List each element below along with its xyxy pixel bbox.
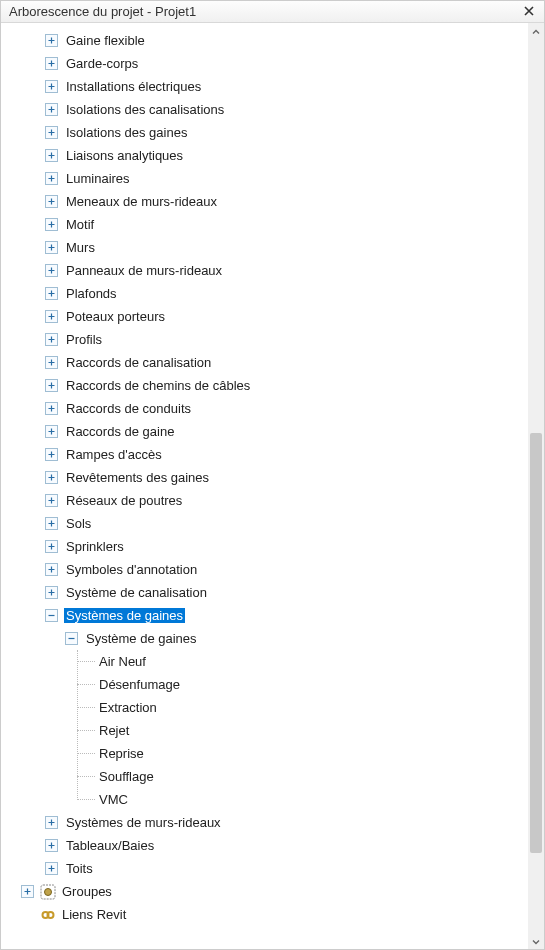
plus-icon bbox=[47, 263, 56, 278]
expand-button[interactable] bbox=[45, 172, 58, 185]
expand-button[interactable] bbox=[45, 103, 58, 116]
tree-item[interactable]: Toits bbox=[1, 857, 528, 880]
expand-button[interactable] bbox=[45, 356, 58, 369]
plus-icon bbox=[47, 585, 56, 600]
tree-item[interactable]: Groupes bbox=[1, 880, 528, 903]
tree-item[interactable]: Reprise bbox=[1, 742, 528, 765]
tree-item-label: Raccords de canalisation bbox=[64, 355, 213, 370]
tree-item-label: Profils bbox=[64, 332, 104, 347]
tree-item-label: Panneaux de murs-rideaux bbox=[64, 263, 224, 278]
tree-item[interactable]: Plafonds bbox=[1, 282, 528, 305]
expand-button[interactable] bbox=[45, 310, 58, 323]
tree-item[interactable]: Systèmes de murs-rideaux bbox=[1, 811, 528, 834]
expand-button[interactable] bbox=[45, 402, 58, 415]
tree-item[interactable]: Raccords de conduits bbox=[1, 397, 528, 420]
expand-button[interactable] bbox=[45, 586, 58, 599]
tree-item[interactable]: Symboles d'annotation bbox=[1, 558, 528, 581]
tree-item[interactable]: Liens Revit bbox=[1, 903, 528, 926]
expand-button[interactable] bbox=[45, 218, 58, 231]
tree-item[interactable]: Air Neuf bbox=[1, 650, 528, 673]
chevron-down-icon bbox=[532, 934, 540, 949]
plus-icon bbox=[47, 424, 56, 439]
tree-item[interactable]: Profils bbox=[1, 328, 528, 351]
tree-item[interactable]: Installations électriques bbox=[1, 75, 528, 98]
tree-item-label: Meneaux de murs-rideaux bbox=[64, 194, 219, 209]
tree-item[interactable]: Gaine flexible bbox=[1, 29, 528, 52]
scroll-thumb[interactable] bbox=[530, 433, 542, 853]
tree-item[interactable]: Liaisons analytiques bbox=[1, 144, 528, 167]
expand-button[interactable] bbox=[45, 816, 58, 829]
tree-item-label: Extraction bbox=[77, 700, 159, 715]
tree-item[interactable]: Panneaux de murs-rideaux bbox=[1, 259, 528, 282]
expand-button[interactable] bbox=[45, 80, 58, 93]
tree-item[interactable]: Système de canalisation bbox=[1, 581, 528, 604]
tree-item[interactable]: Soufflage bbox=[1, 765, 528, 788]
tree-item-label: Garde-corps bbox=[64, 56, 140, 71]
expand-button[interactable] bbox=[45, 563, 58, 576]
expand-button[interactable] bbox=[45, 494, 58, 507]
collapse-button[interactable] bbox=[45, 609, 58, 622]
tree-item[interactable]: Murs bbox=[1, 236, 528, 259]
tree-item-label: Rejet bbox=[77, 723, 131, 738]
tree-item[interactable]: Sprinklers bbox=[1, 535, 528, 558]
expand-button[interactable] bbox=[45, 379, 58, 392]
tree-view[interactable]: Gaine flexibleGarde-corpsInstallations é… bbox=[1, 23, 528, 949]
expand-button[interactable] bbox=[45, 287, 58, 300]
expand-button[interactable] bbox=[45, 195, 58, 208]
expand-button[interactable] bbox=[45, 471, 58, 484]
tree-item[interactable]: Tableaux/Baies bbox=[1, 834, 528, 857]
expand-button[interactable] bbox=[45, 149, 58, 162]
expand-button[interactable] bbox=[45, 126, 58, 139]
plus-icon bbox=[47, 240, 56, 255]
tree-item-label: Reprise bbox=[77, 746, 146, 761]
plus-icon bbox=[47, 332, 56, 347]
tree-item[interactable]: Extraction bbox=[1, 696, 528, 719]
tree-item[interactable]: VMC bbox=[1, 788, 528, 811]
tree-item[interactable]: Isolations des gaines bbox=[1, 121, 528, 144]
panel-body: Gaine flexibleGarde-corpsInstallations é… bbox=[1, 23, 544, 949]
expand-button[interactable] bbox=[45, 448, 58, 461]
tree-item[interactable]: Désenfumage bbox=[1, 673, 528, 696]
tree-item[interactable]: Sols bbox=[1, 512, 528, 535]
expand-button[interactable] bbox=[45, 425, 58, 438]
tree-item[interactable]: Rejet bbox=[1, 719, 528, 742]
expand-button[interactable] bbox=[45, 57, 58, 70]
expand-button[interactable] bbox=[45, 839, 58, 852]
tree-item[interactable]: Motif bbox=[1, 213, 528, 236]
plus-icon bbox=[47, 171, 56, 186]
tree-item[interactable]: Raccords de chemins de câbles bbox=[1, 374, 528, 397]
expand-button[interactable] bbox=[45, 540, 58, 553]
tree-item[interactable]: Garde-corps bbox=[1, 52, 528, 75]
tree-item[interactable]: Réseaux de poutres bbox=[1, 489, 528, 512]
tree-item-label: VMC bbox=[77, 792, 130, 807]
tree-item[interactable]: Meneaux de murs-rideaux bbox=[1, 190, 528, 213]
tree-item[interactable]: Raccords de gaine bbox=[1, 420, 528, 443]
tree-item-label: Système de gaines bbox=[84, 631, 199, 646]
expand-button[interactable] bbox=[45, 264, 58, 277]
tree-item[interactable]: Revêtements des gaines bbox=[1, 466, 528, 489]
tree-item-label: Installations électriques bbox=[64, 79, 203, 94]
tree-item[interactable]: Isolations des canalisations bbox=[1, 98, 528, 121]
tree-item[interactable]: Rampes d'accès bbox=[1, 443, 528, 466]
expand-button[interactable] bbox=[45, 862, 58, 875]
close-button[interactable] bbox=[520, 3, 538, 21]
plus-icon bbox=[47, 355, 56, 370]
tree-item[interactable]: Système de gaines bbox=[1, 627, 528, 650]
tree-item[interactable]: Raccords de canalisation bbox=[1, 351, 528, 374]
expand-button[interactable] bbox=[45, 241, 58, 254]
scroll-down-button[interactable] bbox=[528, 933, 544, 949]
tree-item-label: Poteaux porteurs bbox=[64, 309, 167, 324]
expand-button[interactable] bbox=[45, 333, 58, 346]
tree-item[interactable]: Systèmes de gaines bbox=[1, 604, 528, 627]
tree-item-label: Motif bbox=[64, 217, 96, 232]
collapse-button[interactable] bbox=[65, 632, 78, 645]
expand-button[interactable] bbox=[45, 34, 58, 47]
expand-button[interactable] bbox=[45, 517, 58, 530]
tree-item[interactable]: Poteaux porteurs bbox=[1, 305, 528, 328]
tree-item[interactable]: Luminaires bbox=[1, 167, 528, 190]
tree-item-label: Liens Revit bbox=[60, 907, 128, 922]
expand-button[interactable] bbox=[21, 885, 34, 898]
scroll-up-button[interactable] bbox=[528, 23, 544, 39]
titlebar: Arborescence du projet - Projet1 bbox=[1, 1, 544, 23]
vertical-scrollbar[interactable] bbox=[528, 23, 544, 949]
